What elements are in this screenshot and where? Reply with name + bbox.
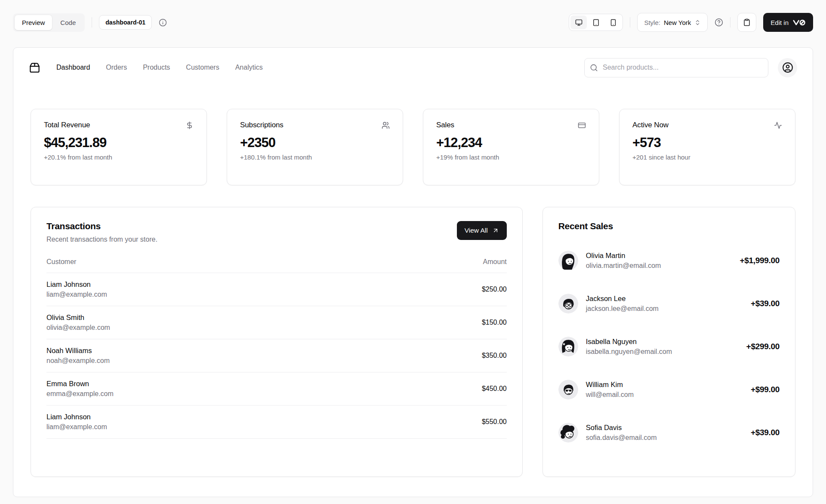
olivia-martin-avatar	[558, 251, 578, 270]
customer-name: Olivia Smith	[46, 313, 382, 322]
recent-sales-card: Recent Sales Olivia Martin olivia.martin…	[542, 207, 795, 477]
credit-card-icon	[578, 121, 586, 129]
dashboard-app: Dashboard Orders Products Customers Anal…	[13, 47, 813, 497]
edit-in-v0-label: Edit in	[771, 19, 789, 26]
toolbar-divider	[630, 17, 630, 28]
transaction-amount: $150.00	[382, 306, 507, 339]
v0-logo-icon	[792, 19, 806, 26]
stat-title: Sales	[436, 121, 454, 129]
arrow-up-right-icon	[492, 227, 499, 234]
toolbar-divider	[92, 17, 92, 28]
transactions-card: Transactions Recent transactions from yo…	[31, 207, 523, 477]
nav-link[interactable]: Analytics	[235, 64, 263, 71]
sofia-davis-avatar	[558, 423, 578, 443]
sale-customer-name: Isabella Nguyen	[586, 338, 672, 346]
nav-link[interactable]: Products	[143, 64, 170, 71]
customer-name: Liam Johnson	[46, 280, 382, 289]
customer-name: Noah Williams	[46, 347, 382, 355]
monitor-icon	[575, 19, 583, 26]
stat-card: Active Now +573 +201 since last hour	[619, 109, 795, 185]
sale-item: William Kim will@email.com +$99.00	[558, 368, 780, 411]
sale-item: Olivia Martin olivia.martin@email.com +$…	[558, 239, 780, 282]
users-icon	[382, 121, 390, 129]
transaction-amount: $250.00	[382, 273, 507, 306]
william-kim-avatar	[558, 380, 578, 400]
user-menu-button[interactable]	[778, 58, 797, 77]
sale-customer-email: sofia.davis@email.com	[586, 434, 657, 442]
customer-email: noah@example.com	[46, 357, 382, 365]
column-header-customer: Customer	[46, 255, 382, 273]
style-selector[interactable]: Style: New York	[637, 13, 708, 32]
copy-code-button[interactable]	[737, 13, 756, 32]
help-icon[interactable]	[715, 18, 723, 27]
edit-in-v0-button[interactable]: Edit in	[763, 13, 813, 32]
tablet-icon	[592, 19, 600, 26]
transaction-amount: $550.00	[382, 406, 507, 439]
isabella-nguyen-avatar	[558, 337, 578, 356]
nav-link[interactable]: Customers	[186, 64, 219, 71]
circle-user-icon	[782, 62, 793, 73]
sale-amount: +$39.00	[751, 428, 780, 437]
search-box	[584, 58, 768, 77]
customer-email: olivia@example.com	[46, 324, 382, 332]
sale-customer-name: William Kim	[586, 381, 634, 389]
viewport-toggle[interactable]	[588, 15, 604, 29]
transaction-row: Liam Johnson liam@example.com $550.00	[46, 406, 507, 439]
sale-customer-name: Olivia Martin	[586, 252, 661, 260]
stat-title: Subscriptions	[240, 121, 284, 129]
stat-value: +2350	[240, 135, 390, 151]
dollar-sign-icon	[185, 121, 194, 129]
transaction-row: Liam Johnson liam@example.com $250.00	[46, 273, 507, 306]
sale-customer-email: jackson.lee@email.com	[586, 305, 659, 313]
jackson-lee-avatar	[558, 294, 578, 313]
stat-card: Total Revenue $45,231.89 +20.1% from las…	[31, 109, 207, 185]
sale-amount: +$1,999.00	[740, 256, 780, 265]
stat-change: +201 since last hour	[632, 154, 782, 161]
clipboard-icon	[743, 18, 751, 26]
stat-card: Subscriptions +2350 +180.1% from last mo…	[227, 109, 403, 185]
search-icon	[590, 64, 598, 72]
nav-link[interactable]: Orders	[106, 64, 127, 71]
viewport-toggle[interactable]	[570, 15, 587, 29]
package-icon	[29, 62, 40, 74]
chevrons-up-down-icon	[694, 19, 701, 26]
stat-value: $45,231.89	[44, 135, 194, 151]
sale-amount: +$99.00	[751, 385, 780, 394]
stats-row: Total Revenue $45,231.89 +20.1% from las…	[31, 109, 795, 185]
toolbar-divider	[730, 17, 730, 28]
recent-sales-title: Recent Sales	[558, 221, 780, 231]
app-header: Dashboard Orders Products Customers Anal…	[13, 48, 813, 87]
sale-item: Jackson Lee jackson.lee@email.com +$39.0…	[558, 282, 780, 325]
transaction-row: Olivia Smith olivia@example.com $150.00	[46, 306, 507, 339]
sale-amount: +$299.00	[746, 342, 780, 351]
search-input[interactable]	[584, 58, 768, 77]
view-mode-tab[interactable]: Preview	[15, 15, 52, 30]
transaction-amount: $450.00	[382, 372, 507, 406]
dashboard-content: Total Revenue $45,231.89 +20.1% from las…	[13, 87, 813, 497]
view-mode-tab[interactable]: Code	[53, 15, 83, 30]
sale-customer-email: will@email.com	[586, 391, 634, 399]
customer-email: emma@example.com	[46, 390, 382, 398]
sale-customer-email: olivia.martin@email.com	[586, 262, 661, 270]
viewport-toggle[interactable]	[605, 15, 621, 29]
sale-customer-email: isabella.nguyen@email.com	[586, 348, 672, 356]
sale-item: Isabella Nguyen isabella.nguyen@email.co…	[558, 325, 780, 368]
style-label: Style:	[644, 19, 660, 26]
stat-card: Sales +12,234 +19% from last month	[423, 109, 599, 185]
transactions-title: Transactions	[46, 221, 157, 231]
column-header-amount: Amount	[382, 255, 507, 273]
customer-email: liam@example.com	[46, 423, 382, 431]
stat-title: Total Revenue	[44, 121, 90, 129]
nav-link[interactable]: Dashboard	[56, 64, 90, 71]
viewport-toggle-group	[569, 14, 623, 31]
view-all-label: View All	[465, 227, 488, 234]
sale-customer-name: Sofia Davis	[586, 424, 657, 432]
stat-change: +180.1% from last month	[240, 154, 390, 161]
customer-email: liam@example.com	[46, 291, 382, 298]
view-all-button[interactable]: View All	[457, 221, 507, 240]
info-icon[interactable]	[159, 18, 167, 27]
stat-change: +19% from last month	[436, 154, 586, 161]
activity-icon	[774, 121, 782, 129]
transaction-amount: $350.00	[382, 339, 507, 372]
transactions-table: Customer Amount Liam Johnson liam@exampl…	[46, 255, 507, 439]
